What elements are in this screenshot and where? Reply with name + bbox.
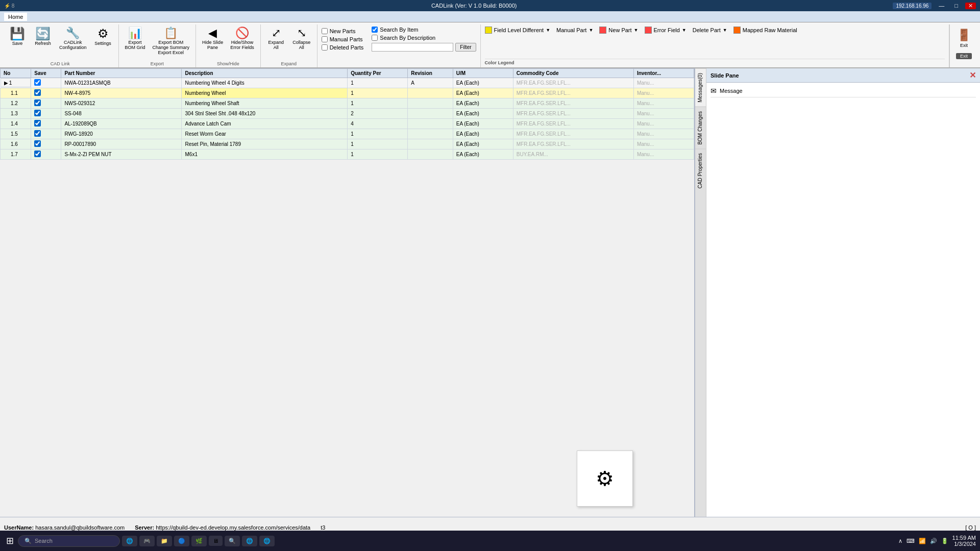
taskbar-app-search[interactable]: 🔍 [225, 536, 240, 546]
save-checkbox[interactable] [34, 99, 41, 106]
delete-part-dropdown[interactable]: ▼ [723, 28, 727, 33]
cell-no: 1.4 [1, 119, 31, 129]
title-bar-right: 192.168.16.96 — □ ✕ [893, 3, 976, 9]
expand-icon[interactable]: ▶ [4, 80, 8, 86]
cell-inventory: Manu... [633, 78, 694, 88]
close-btn[interactable]: ✕ [965, 3, 976, 9]
manual-parts-checkbox-row[interactable]: Manual Parts [322, 36, 364, 42]
table-row[interactable]: 1.4 AL-192089QB Advance Latch Cam 4 EA (… [1, 119, 694, 129]
table-row[interactable]: 1.5 RWG-18920 Reset Worm Gear 1 EA (Each… [1, 129, 694, 139]
export-bom-change-button[interactable]: 📋 Export BOMChange SummaryExport Excel [150, 26, 193, 57]
cell-description: Advance Latch Cam [182, 119, 348, 129]
cell-save [31, 78, 61, 88]
save-checkbox[interactable] [34, 89, 41, 96]
taskbar-app-files[interactable]: 📁 [157, 536, 172, 546]
refresh-label: Refresh [35, 41, 51, 46]
tab-cad-properties[interactable]: CAD Properties [695, 148, 706, 192]
deleted-parts-checkbox[interactable] [322, 44, 328, 51]
filter-input[interactable] [372, 43, 453, 52]
manual-parts-label: Manual Parts [330, 36, 363, 42]
filter-input-row: Filter [372, 43, 476, 52]
col-save: Save [31, 69, 61, 78]
cell-description: Reset Worm Gear [182, 129, 348, 139]
exit-top-button[interactable]: 🚪 Exit [955, 27, 973, 50]
new-parts-checkbox[interactable] [322, 28, 328, 34]
table-row[interactable]: 1.3 SS-048 304 Stnl Steel Sht .048 48x12… [1, 109, 694, 119]
error-field-dropdown[interactable]: ▼ [682, 28, 687, 33]
tray-icon-arrow[interactable]: ∧ [898, 538, 902, 544]
cell-inventory: Manu... [633, 109, 694, 119]
hide-slide-pane-button[interactable]: ◀ Hide SlidePane [199, 26, 226, 52]
taskbar-app-chrome[interactable]: 🌐 [242, 536, 257, 546]
manual-part-dropdown[interactable]: ▼ [589, 28, 593, 33]
taskbar-app-blue[interactable]: 🔵 [174, 536, 189, 546]
monitor-icon: 🖥 [213, 538, 218, 544]
manual-parts-checkbox[interactable] [322, 36, 328, 42]
settings-button[interactable]: ⚙ Settings [91, 26, 115, 48]
save-checkbox[interactable] [34, 151, 41, 157]
start-button[interactable]: ⊞ [4, 533, 16, 548]
save-checkbox[interactable] [34, 120, 41, 127]
table-row[interactable]: 1.1 NW-4-8975 Numbering Wheel 1 EA (Each… [1, 88, 694, 98]
cell-save [31, 119, 61, 129]
slide-pane-close[interactable]: ✕ [969, 70, 976, 80]
tab-messages[interactable]: Messages(0) [695, 68, 706, 107]
cell-quantity-per: 1 [348, 78, 408, 88]
camera-indicator: [ O ] [965, 524, 976, 531]
search-by-item-row[interactable]: Search By Item [372, 27, 476, 33]
new-parts-checkbox-row[interactable]: New Parts [322, 28, 364, 34]
search-by-desc-row[interactable]: Search By Description [372, 35, 476, 41]
taskbar-clock[interactable]: 11:59 AM 1/3/2024 [952, 535, 976, 547]
filter-button[interactable]: Filter [455, 43, 476, 52]
table-row[interactable]: ▶ 1 NWA-01231ASMQB Numbering Wheel 4 Dig… [1, 78, 694, 88]
taskbar-app-chrome2[interactable]: 🌐 [259, 536, 275, 546]
taskbar-search-area[interactable]: 🔍 Search [18, 535, 120, 547]
export-bom-grid-button[interactable]: 📊 ExportBOM Grid [122, 26, 149, 52]
deleted-parts-checkbox-row[interactable]: Deleted Parts [322, 44, 364, 51]
chrome2-icon: 🌐 [263, 538, 271, 544]
new-part-box [599, 27, 606, 34]
cell-revision [408, 88, 453, 98]
search-by-item-checkbox[interactable] [372, 27, 378, 33]
title-bar-left: ⚡ 8 [4, 3, 55, 9]
cell-no: 1.6 [1, 139, 31, 149]
field-level-diff-dropdown[interactable]: ▼ [546, 28, 550, 33]
save-button[interactable]: 💾 Save [5, 26, 30, 48]
new-part-dropdown[interactable]: ▼ [634, 28, 639, 33]
collapse-all-button[interactable]: ⤡ CollapseAll [289, 26, 314, 52]
maximize-btn[interactable]: □ [951, 3, 961, 9]
menu-bar: Home [0, 11, 980, 22]
cad-link-buttons: 💾 Save 🔄 Refresh 🔧 CADLinkConfiguration … [4, 24, 116, 60]
minimize-btn[interactable]: — [936, 3, 947, 9]
taskbar-app-monitor[interactable]: 🖥 [209, 536, 223, 546]
cadlink-config-button[interactable]: 🔧 CADLinkConfiguration [56, 26, 90, 52]
search-by-desc-checkbox[interactable] [372, 35, 378, 41]
expand-all-button[interactable]: ⤢ ExpandAll [264, 26, 288, 52]
taskbar-app-green[interactable]: 🌿 [191, 536, 207, 546]
taskbar-app-network[interactable]: 🌐 [122, 536, 137, 546]
server-section: Server: https://qbuild-dev-ed.develop.my… [135, 524, 310, 531]
exit-bottom-button[interactable]: Exit [956, 53, 972, 59]
cell-description: Reset Pin, Material 1789 [182, 139, 348, 149]
exit-label: Exit [960, 43, 968, 48]
save-checkbox[interactable] [34, 110, 41, 116]
table-row[interactable]: 1.7 S-Mx-2-ZI PEM NUT M6x1 1 EA (Each) B… [1, 149, 694, 160]
cell-save [31, 139, 61, 149]
menu-home[interactable]: Home [4, 13, 27, 21]
tab-bom-changes[interactable]: BOM Changes [695, 107, 706, 149]
tray-icon-keyboard: ⌨ [906, 538, 915, 544]
save-checkbox[interactable] [34, 79, 41, 86]
parts-checkboxes: New Parts Manual Parts Deleted Parts [322, 27, 364, 52]
table-row[interactable]: 1.2 NWS-029312 Numbering Wheel Shaft 1 E… [1, 98, 694, 109]
show-hide-buttons: ◀ Hide SlidePane 🚫 Hide/ShowError Fields [198, 24, 258, 60]
hide-show-error-button[interactable]: 🚫 Hide/ShowError Fields [227, 26, 257, 52]
table-row[interactable]: 1.6 RP-00017890 Reset Pin, Material 1789… [1, 139, 694, 149]
cell-commodity-code: MFR.EA.FG.SER.LFL... [513, 129, 633, 139]
cad-link-group: 💾 Save 🔄 Refresh 🔧 CADLinkConfiguration … [2, 24, 119, 67]
save-checkbox[interactable] [34, 130, 41, 137]
taskbar-app-game[interactable]: 🎮 [139, 536, 155, 546]
save-checkbox[interactable] [34, 140, 41, 147]
table-area[interactable]: No Save Part Number Description Quantity… [0, 68, 694, 517]
network-icon: 🌐 [126, 538, 133, 544]
refresh-button[interactable]: 🔄 Refresh [31, 26, 55, 48]
